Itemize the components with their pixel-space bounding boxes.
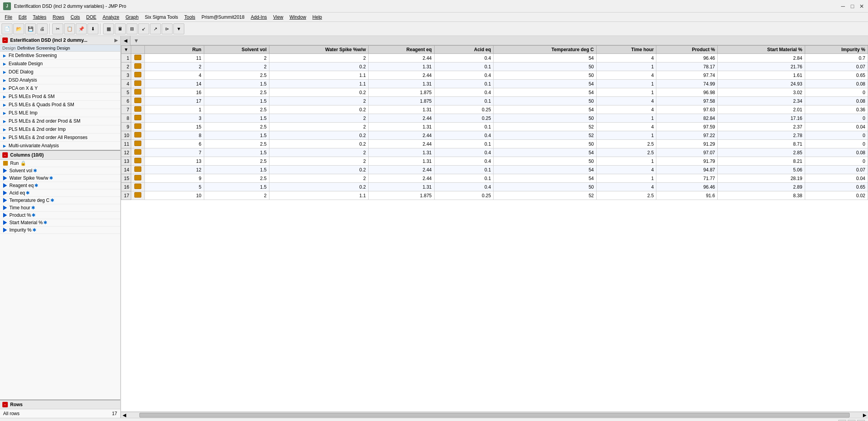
scroll-right-btn[interactable]: ▶ <box>861 412 868 418</box>
col-item-time[interactable]: Time hour ✱ <box>0 204 120 212</box>
maximize-button[interactable]: □ <box>849 3 856 9</box>
start-mat-val: 2.01 <box>718 105 805 114</box>
col-item-start-material[interactable]: Start Material % ✱ <box>0 219 120 227</box>
window-controls[interactable]: ─ □ ✕ <box>840 3 865 9</box>
menu-tools[interactable]: Tools <box>181 14 198 21</box>
nav-pca-xy[interactable]: ▶ PCA on X & Y <box>0 84 120 93</box>
table-container[interactable]: ▼ Run Solvent vol Water Spike %w/w Reage… <box>121 45 868 412</box>
panel-collapse-btn[interactable]: − <box>2 37 8 43</box>
col-item-run[interactable]: Run 🔒 <box>0 160 120 167</box>
table-row[interactable]: 1081.50.22.440.452197.222.780 <box>121 131 868 140</box>
toolbar-btn-12[interactable]: ↙ <box>138 23 149 34</box>
toolbar-btn-9[interactable]: ▦ <box>103 23 114 34</box>
table-row[interactable]: 1271.521.310.4542.597.072.850.08 <box>121 148 868 157</box>
table-row[interactable]: 1651.50.21.310.450496.462.890.65 <box>121 183 868 191</box>
menu-analyze[interactable]: Analyze <box>100 14 123 21</box>
toolbar-btn-11[interactable]: ⊞ <box>127 23 137 34</box>
header-temperature[interactable]: Temperature deg C <box>494 46 596 54</box>
toolbar-btn-1[interactable]: 📄 <box>2 23 12 34</box>
table-row[interactable]: 2220.21.310.150178.1721.760.07 <box>121 62 868 71</box>
menu-help[interactable]: Help <box>309 14 325 21</box>
toolbar-btn-8[interactable]: ⬇ <box>87 23 98 34</box>
table-row[interactable]: 5162.50.21.8750.454196.983.020 <box>121 88 868 97</box>
table-row[interactable]: 171021.11.8750.25522.591.68.380.02 <box>121 191 868 200</box>
menu-edit[interactable]: Edit <box>15 14 30 21</box>
menu-doe[interactable]: DOE <box>83 14 100 21</box>
table-row[interactable]: 13132.521.310.450191.798.210 <box>121 157 868 166</box>
status-icon-home[interactable]: ⌂ <box>838 420 846 421</box>
toolbar-btn-4[interactable]: 🖨 <box>37 23 48 34</box>
toolbar-btn-2[interactable]: 📂 <box>13 23 24 34</box>
nav-dsd-analysis[interactable]: ▶ DSD Analysis <box>0 76 120 84</box>
header-acid-eq[interactable]: Acid eq <box>434 46 494 54</box>
toolbar-btn-3[interactable]: 💾 <box>25 23 36 34</box>
toolbar-btn-13[interactable]: ↗ <box>150 23 161 34</box>
menu-view[interactable]: View <box>270 14 287 21</box>
nav-pls-2nd-imp[interactable]: ▶ PLS MLEs & 2nd order Imp <box>0 125 120 134</box>
columns-collapse-btn[interactable]: − <box>2 152 8 158</box>
table-row[interactable]: 4141.51.11.310.154174.9924.930.08 <box>121 80 868 88</box>
table-row[interactable]: 9152.521.310.152497.592.370.04 <box>121 123 868 131</box>
col-item-acid[interactable]: Acid eq ✱ <box>0 189 120 197</box>
header-water-spike[interactable]: Water Spike %w/w <box>269 46 368 54</box>
header-filter-icon[interactable]: ▼ <box>121 46 131 54</box>
close-button[interactable]: ✕ <box>859 3 865 9</box>
header-product-pct[interactable]: Product % <box>656 46 718 54</box>
table-row[interactable]: 1592.522.440.154171.7728.190.04 <box>121 174 868 183</box>
scroll-thumb[interactable] <box>139 413 850 417</box>
menu-sixsigma[interactable]: Six Sigma Tools <box>142 14 181 21</box>
menu-graph[interactable]: Graph <box>122 14 141 21</box>
col-item-reagent[interactable]: Reagent eq ✱ <box>0 182 120 189</box>
table-row[interactable]: 14121.50.22.440.154494.875.060.07 <box>121 166 868 174</box>
header-impurity[interactable]: Impurity % <box>805 46 868 54</box>
header-reagent-eq[interactable]: Reagent eq <box>369 46 434 54</box>
nav-evaluate-design[interactable]: ▶ Evaluate Design <box>0 60 120 68</box>
header-run[interactable]: Run <box>144 46 204 54</box>
toolbar-btn-10[interactable]: 🖩 <box>115 23 126 34</box>
table-row[interactable]: 712.50.21.310.2554497.632.010.36 <box>121 105 868 114</box>
col-item-solvent[interactable]: Solvent vol ✱ <box>0 167 120 175</box>
menu-window[interactable]: Window <box>286 14 309 21</box>
table-row[interactable]: 831.522.440.2550182.8417.160 <box>121 114 868 123</box>
menu-prism[interactable]: Prism@Summit2018 <box>198 14 248 21</box>
col-item-product[interactable]: Product % ✱ <box>0 212 120 219</box>
header-solvent-vol[interactable]: Solvent vol <box>204 46 269 54</box>
rows-collapse-btn[interactable]: − <box>2 402 8 407</box>
panel-arrow-right[interactable]: ▶ <box>114 37 118 43</box>
nav-pls-2nd-all[interactable]: ▶ PLS MLEs & 2nd order All Responses <box>0 134 120 142</box>
menu-addins[interactable]: Add-Ins <box>248 14 270 21</box>
nav-fit-definitive[interactable]: ▶ Fit Definitive Screening <box>0 52 120 60</box>
header-start-material[interactable]: Start Material % <box>718 46 805 54</box>
col-item-water-spike[interactable]: Water Spike %w/w ✱ <box>0 175 120 182</box>
nav-pls-quads[interactable]: ▶ PLS MLEs & Quads Prod & SM <box>0 101 120 109</box>
toolbar-btn-5[interactable]: ✂ <box>52 23 63 34</box>
scroll-left-btn[interactable]: ◀ <box>121 412 128 418</box>
minimize-button[interactable]: ─ <box>840 3 846 9</box>
horizontal-scrollbar[interactable]: ◀ ▶ <box>121 412 868 418</box>
table-row[interactable]: 111222.440.454496.462.840.7 <box>121 54 868 62</box>
toolbar-btn-7[interactable]: 📌 <box>76 23 87 34</box>
toolbar-dropdown[interactable]: ▼ <box>173 23 184 34</box>
menu-tables[interactable]: Tables <box>30 14 50 21</box>
menu-file[interactable]: File <box>2 14 15 21</box>
run-val: 2 <box>144 62 204 71</box>
menu-rows[interactable]: Rows <box>50 14 68 21</box>
table-row[interactable]: 1162.50.22.440.1502.591.298.710 <box>121 140 868 148</box>
toolbar-btn-14[interactable]: ⊳ <box>162 23 173 34</box>
status-icon-dropdown[interactable]: ▼ <box>857 420 865 421</box>
nav-multivariate[interactable]: ▶ Multi-univariate Analysis <box>0 142 120 150</box>
nav-pls-2nd-prod-sm[interactable]: ▶ PLS MLEs & 2nd order Prod & SM <box>0 117 120 125</box>
col-item-temp[interactable]: Temperature deg C ✱ <box>0 197 120 204</box>
table-dropdown-arrow[interactable]: ▼ <box>134 37 139 44</box>
table-row[interactable]: 342.51.12.440.450497.741.610.65 <box>121 71 868 80</box>
menu-cols[interactable]: Cols <box>68 14 83 21</box>
toolbar-btn-6[interactable]: 📋 <box>64 23 75 34</box>
header-time-hour[interactable]: Time hour <box>596 46 656 54</box>
table-row[interactable]: 6171.521.8750.150497.582.340.08 <box>121 97 868 105</box>
col-item-impurity[interactable]: Impurity % ✱ <box>0 227 120 234</box>
nav-doe-dialog[interactable]: ▶ DOE Dialog <box>0 68 120 76</box>
status-icon-window[interactable]: □ <box>848 420 856 421</box>
nav-pls-prod-sm[interactable]: ▶ PLS MLEs Prod & SM <box>0 93 120 101</box>
nav-pls-mle-imp[interactable]: ▶ PLS MLE Imp <box>0 109 120 117</box>
nav-left-button[interactable]: ◀ <box>121 36 130 45</box>
